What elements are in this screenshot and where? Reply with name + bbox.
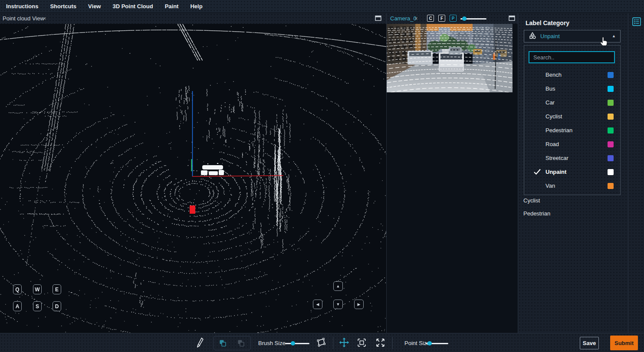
category-option-streetcar[interactable]: Streetcar xyxy=(525,151,620,165)
frame-focus-icon[interactable] xyxy=(357,338,367,349)
color-chip xyxy=(608,169,614,175)
menu-paint[interactable]: Paint xyxy=(165,3,179,10)
color-chip xyxy=(608,114,614,120)
pan-left-button[interactable]: ◀ xyxy=(313,300,322,309)
camera-tab[interactable]: Camera_0 xyxy=(390,15,417,22)
menu-bar: Instructions Shortcuts View 3D Point Clo… xyxy=(0,0,644,13)
color-chip xyxy=(608,183,614,189)
pan-down-button[interactable]: ▼ xyxy=(333,300,343,309)
camera-image[interactable] xyxy=(387,24,513,92)
paint-transfer-group xyxy=(214,336,251,350)
expand-fullscreen-icon[interactable] xyxy=(375,338,385,349)
pointcloud-tab-close-icon[interactable]: × xyxy=(43,15,46,22)
category-option-bus[interactable]: Bus xyxy=(525,82,620,96)
color-chip xyxy=(608,100,614,106)
camera-maximize-icon[interactable] xyxy=(509,15,515,23)
category-option-road[interactable]: Road xyxy=(525,137,620,151)
check-icon xyxy=(533,168,541,177)
pointcloud-tab-bar: Point cloud View × xyxy=(0,13,386,24)
annotation-item-pedestrian[interactable]: Pedestrian xyxy=(523,210,550,217)
menu-view[interactable]: View xyxy=(88,3,101,10)
brush-size-slider-track[interactable] xyxy=(285,343,309,344)
category-option-pedestrian[interactable]: Pedestrian xyxy=(525,124,620,137)
paste-paint-icon-disabled[interactable] xyxy=(237,339,245,349)
search-input[interactable] xyxy=(529,51,615,63)
camera-c-button[interactable]: C xyxy=(427,15,434,22)
annotation-item-cyclist[interactable]: Cyclist xyxy=(523,197,540,204)
camera-f-button[interactable]: F xyxy=(438,15,445,22)
pointcloud-maximize-icon[interactable] xyxy=(375,15,381,23)
brush-size-label: Brush Size xyxy=(258,340,286,346)
menu-help[interactable]: Help xyxy=(190,3,202,10)
color-chip xyxy=(608,72,614,78)
camera-tab-close-icon[interactable]: × xyxy=(414,15,418,22)
label-category-dropdown-panel: Bench Bus Car Cyclist Pedestrian Road St… xyxy=(524,45,621,195)
camera-tab-bar: Camera_0 × C F P xyxy=(386,13,518,24)
color-chip xyxy=(608,86,614,92)
brush-size-slider-thumb[interactable] xyxy=(291,341,295,345)
nav-key-a[interactable]: A xyxy=(13,301,22,311)
app-root: { "menu_bar": { "items": ["Instructions"… xyxy=(0,0,644,352)
menu-3d-point-cloud[interactable]: 3D Point Cloud xyxy=(112,3,153,10)
nav-key-q[interactable]: Q xyxy=(13,284,22,294)
category-option-unpaint[interactable]: Unpaint xyxy=(525,165,620,179)
camera-viewport xyxy=(386,24,518,333)
category-option-bench[interactable]: Bench xyxy=(525,68,620,82)
nav-key-e[interactable]: E xyxy=(53,284,61,294)
label-category-dropdown[interactable]: Unpaint ▲ xyxy=(524,30,621,42)
nav-key-w[interactable]: W xyxy=(33,284,42,294)
pan-up-button[interactable]: ▲ xyxy=(333,281,343,291)
copy-paint-icon[interactable] xyxy=(218,339,227,349)
brush-tool-icon[interactable] xyxy=(195,337,207,351)
pointcloud-tab[interactable]: Point cloud View xyxy=(3,15,44,22)
dropdown-selected-value: Unpaint xyxy=(540,33,560,39)
color-chip xyxy=(608,155,614,161)
camera-opacity-slider-thumb[interactable] xyxy=(462,16,467,21)
category-option-cyclist[interactable]: Cyclist xyxy=(525,110,620,124)
polygon-tool-icon[interactable] xyxy=(316,337,326,349)
color-chip xyxy=(608,141,614,147)
label-list-icon[interactable] xyxy=(631,16,642,29)
camera-p-button[interactable]: P xyxy=(450,15,457,22)
category-shapes-icon xyxy=(529,32,536,41)
menu-shortcuts[interactable]: Shortcuts xyxy=(50,3,76,10)
nav-key-s[interactable]: S xyxy=(33,301,42,311)
category-option-van[interactable]: Van xyxy=(525,179,620,193)
right-tool-strip xyxy=(628,13,644,333)
nav-key-d[interactable]: D xyxy=(53,301,61,311)
toolbar-divider xyxy=(392,337,393,349)
point-size-slider-thumb[interactable] xyxy=(427,341,432,345)
color-chip xyxy=(608,127,614,134)
pan-right-button[interactable]: ▶ xyxy=(354,300,364,309)
save-button[interactable]: Save xyxy=(580,337,599,349)
submit-button[interactable]: Submit xyxy=(610,336,638,350)
category-option-car[interactable]: Car xyxy=(525,96,620,110)
label-category-title: Label Category xyxy=(526,20,569,26)
pointcloud-viewport: Q W E A S D ▲ ◀ ▼ ▶ xyxy=(0,24,386,333)
bottom-toolbar: Brush Size Poi xyxy=(0,333,644,352)
chevron-up-icon[interactable]: ▲ xyxy=(612,34,616,38)
move-tool-icon[interactable] xyxy=(339,337,349,349)
label-category-panel: Label Category Unpaint ▲ Bench Bus Car C… xyxy=(518,13,628,333)
toolbar-divider xyxy=(333,337,333,349)
menu-instructions[interactable]: Instructions xyxy=(6,3,38,10)
